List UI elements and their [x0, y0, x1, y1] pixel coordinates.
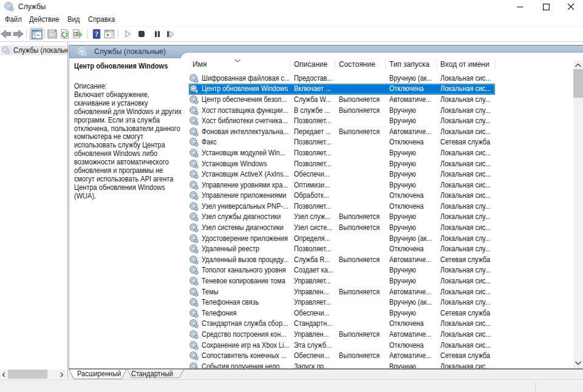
show-console-tree-button[interactable]	[30, 28, 43, 40]
minimize-button[interactable]	[507, 0, 533, 13]
cell-description: Позволяет...	[294, 148, 335, 159]
column-separator[interactable]	[436, 59, 437, 70]
service-row[interactable]: Шифрованная файловая с...Предостав...Вру…	[189, 73, 495, 84]
menu-file[interactable]: Файл	[5, 13, 22, 26]
service-row[interactable]: ФаксПозволяет...ОтключенаСетевая служба	[189, 137, 495, 148]
column-header-status[interactable]: Состояние	[339, 58, 375, 71]
tree-item-services-local[interactable]: Службы (локальные)	[1, 46, 67, 55]
service-row[interactable]: Тополог канального уровняСоздает ка...Вр…	[189, 265, 495, 276]
show-action-pane-button[interactable]	[104, 29, 115, 39]
cell-log_on_as: Локальная сис...	[440, 223, 496, 234]
cell-log_on_as: Сетевая служба	[440, 255, 495, 266]
service-row[interactable]: ТелефонияОбеспечи...ВручнуюСетевая служб…	[189, 308, 495, 319]
properties-button[interactable]	[47, 29, 58, 39]
service-row[interactable]: Сохранение игр на Xbox Li...Эта служб...…	[189, 340, 495, 351]
show-action-pane-icon	[104, 29, 115, 39]
cell-name: Установщик модулей Win...	[202, 148, 293, 159]
column-separator[interactable]	[335, 59, 335, 70]
menu-help[interactable]: Справка	[88, 13, 115, 26]
service-row[interactable]: Установщик WindowsПозволяет...ВручнуюЛок…	[189, 159, 495, 170]
column-separator[interactable]	[495, 59, 496, 70]
column-separator[interactable]	[385, 59, 386, 70]
menu-action[interactable]: Действие	[29, 13, 60, 26]
service-row[interactable]: Узел универсальных PNP-...Позволяет...От…	[189, 201, 495, 212]
service-gear-icon	[189, 191, 199, 200]
cell-name: Центр обеспечения безоп...	[202, 95, 295, 106]
horizontal-scrollbar-thumb[interactable]	[8, 370, 47, 379]
service-gear-icon	[189, 138, 199, 147]
cell-startup_type: Вручную	[389, 106, 418, 117]
service-row[interactable]: Хост поставщика функции...В службе ...Вы…	[189, 106, 495, 117]
cell-log_on_as: Локальная слу...	[440, 106, 496, 117]
scroll-right-icon[interactable]	[60, 372, 64, 377]
back-button[interactable]	[1, 29, 12, 39]
service-row[interactable]: Сопоставитель конечных ...Обеспечи...Вып…	[189, 351, 495, 362]
vertical-scrollbar[interactable]	[573, 60, 583, 368]
column-separator[interactable]	[290, 59, 290, 70]
service-gear-icon	[189, 223, 199, 232]
service-row[interactable]: Управление уровнями хра...Оптимизи...Вру…	[189, 180, 495, 191]
service-gear-icon	[189, 255, 199, 265]
cell-name: Факс	[202, 137, 218, 148]
service-row[interactable]: Удаленный реестрПозволяет...ОтключенаЛок…	[189, 244, 495, 255]
vertical-scrollbar-thumb[interactable]	[573, 69, 583, 98]
service-row[interactable]: Узел системы диагностикиУзел систе...Вып…	[189, 223, 495, 234]
service-row[interactable]: Удаленный вызов процеду...Служба R...Вып…	[189, 255, 495, 266]
result-pane-title: Службы (локальные)	[94, 46, 166, 58]
help-button[interactable]: ?	[91, 29, 102, 39]
service-row[interactable]: Стандартная служба сбор...Стандартн...От…	[189, 319, 495, 329]
menu-view[interactable]: Вид	[67, 13, 80, 26]
service-row[interactable]: Удостоверение приложенияОпределя...Вручн…	[189, 234, 495, 245]
close-button[interactable]	[559, 0, 583, 13]
service-row[interactable]: ТемыУправлен...ВыполняетсяАвтоматиче...Л…	[189, 287, 495, 298]
start-service-button[interactable]	[122, 29, 133, 39]
cell-name: Фоновая интеллектуальна...	[202, 127, 298, 138]
tab-extended[interactable]: Расширенный	[77, 370, 120, 379]
forward-button[interactable]	[13, 29, 24, 39]
service-row[interactable]: Центр обеспечения безоп...Служба W...Вып…	[189, 95, 495, 106]
column-header-logon-as[interactable]: Вход от имени	[440, 58, 489, 71]
cell-startup_type: Отключена	[389, 84, 427, 95]
cell-name: События получения непо...	[202, 362, 293, 368]
column-header-startup-type[interactable]: Тип запуска	[389, 58, 429, 71]
service-row[interactable]: Теневое копирование томаУправляет...Вруч…	[189, 276, 495, 287]
service-gear-icon	[189, 319, 199, 328]
column-header-description[interactable]: Описание	[294, 58, 327, 71]
service-row[interactable]: Центр обновления WindowsВключает ...Откл…	[189, 84, 495, 95]
tab-standard[interactable]: Стандартный	[131, 370, 172, 379]
service-row[interactable]: Установщик модулей Win...Позволяет...Вру…	[189, 148, 495, 159]
cell-description: Предостав...	[294, 73, 336, 84]
service-row[interactable]: Хост библиотеки счетчика...Позволяет...В…	[189, 116, 495, 127]
service-row[interactable]: События получения непо...Запуск пр...Вру…	[189, 362, 495, 368]
service-row[interactable]: Средство построения кон...Управлен...Вып…	[189, 329, 495, 340]
cell-name: Стандартная служба сбор...	[202, 319, 296, 329]
export-list-button[interactable]	[72, 29, 83, 39]
pause-service-button[interactable]	[152, 29, 163, 39]
service-row[interactable]: Телефонная связьУправляет...Вручную (ак.…	[189, 297, 495, 308]
scroll-down-icon[interactable]	[574, 360, 582, 365]
service-row[interactable]: Фоновая интеллектуальна...Передает ...Вы…	[189, 127, 495, 138]
scroll-up-icon[interactable]	[574, 63, 582, 68]
service-row[interactable]: Узел службы диагностикиУзел служ...Выпол…	[189, 212, 495, 223]
refresh-button[interactable]	[60, 29, 70, 39]
scroll-left-icon[interactable]	[2, 372, 5, 377]
cell-log_on_as: Локальная сис...	[440, 73, 496, 84]
stop-service-button[interactable]	[136, 29, 147, 39]
cell-startup_type: Вручную (ак...	[389, 297, 437, 308]
cell-name: Телефонная связь	[202, 297, 264, 308]
maximize-button[interactable]	[533, 0, 559, 13]
cell-description: Служба R...	[294, 255, 333, 266]
restart-service-button[interactable]	[165, 29, 176, 39]
pane-splitter[interactable]	[67, 42, 68, 379]
column-header-name[interactable]: Имя	[193, 58, 206, 71]
service-gear-icon	[189, 298, 199, 307]
service-gear-icon	[189, 212, 199, 221]
cell-startup_type: Автоматиче...	[389, 127, 435, 138]
horizontal-scrollbar[interactable]	[0, 370, 67, 379]
service-gear-icon	[189, 95, 199, 104]
cell-log_on_as: Локальная сис...	[440, 319, 496, 329]
service-row[interactable]: Управление приложениямиОбработк...Отключ…	[189, 191, 495, 201]
service-description: Описание: Включает обнаружение, скачиван…	[74, 83, 183, 201]
service-row[interactable]: Установщик ActiveX (AxIns...Обеспечи...В…	[189, 169, 495, 180]
cell-startup_type: Отключена	[389, 137, 427, 148]
